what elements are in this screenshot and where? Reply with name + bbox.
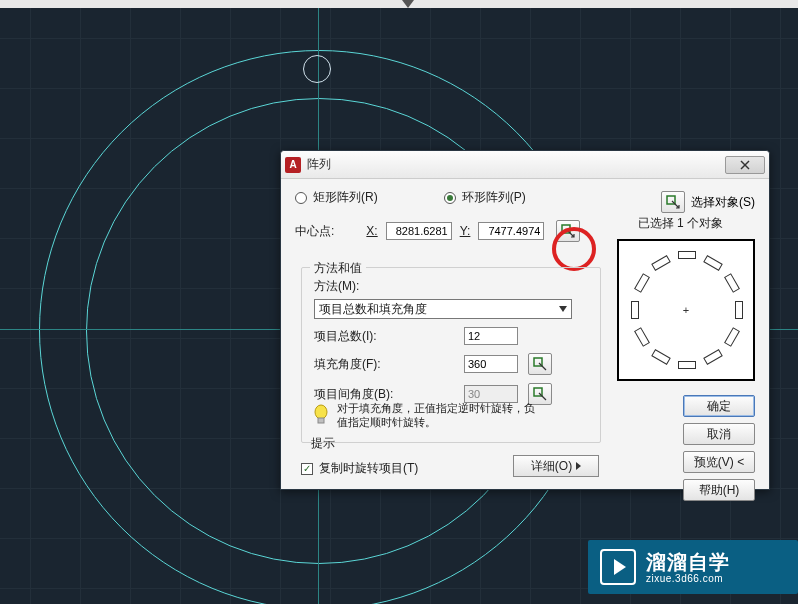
svg-marker-0 bbox=[402, 0, 414, 8]
fill-angle-label: 填充角度(F): bbox=[314, 356, 464, 373]
close-icon bbox=[740, 160, 750, 170]
watermark-url: zixue.3d66.com bbox=[646, 573, 730, 584]
watermark-brand: 溜溜自学 bbox=[646, 551, 730, 573]
method-combo-value: 项目总数和填充角度 bbox=[319, 301, 427, 318]
center-x-label: X: bbox=[366, 224, 377, 238]
method-combo[interactable]: 项目总数和填充角度 bbox=[314, 299, 572, 319]
details-button-label: 详细(O) bbox=[531, 458, 572, 475]
method-label: 方法(M): bbox=[314, 278, 588, 295]
fill-angle-input[interactable] bbox=[464, 355, 518, 373]
center-y-input[interactable] bbox=[478, 222, 544, 240]
center-x-input[interactable] bbox=[386, 222, 452, 240]
copy-rotate-checkbox[interactable] bbox=[301, 463, 313, 475]
radio-rect-label: 矩形阵列(R) bbox=[313, 189, 378, 206]
select-objects-button[interactable] bbox=[661, 191, 685, 213]
pick-point-icon bbox=[561, 224, 575, 238]
total-items-label: 项目总数(I): bbox=[314, 328, 464, 345]
selected-count: 已选择 1 个对象 bbox=[638, 215, 723, 232]
ruler-marker-icon bbox=[402, 0, 414, 8]
radio-polar-array[interactable] bbox=[444, 192, 456, 204]
canvas-small-circle bbox=[303, 55, 331, 83]
pick-center-button[interactable] bbox=[556, 220, 580, 242]
app-icon: A bbox=[285, 157, 301, 173]
svg-rect-8 bbox=[318, 418, 324, 423]
svg-point-7 bbox=[315, 405, 327, 419]
lightbulb-icon bbox=[311, 401, 331, 429]
hint-row: 对于填充角度，正值指定逆时针旋转，负 值指定顺时针旋转。 bbox=[311, 401, 603, 429]
details-button[interactable]: 详细(O) bbox=[513, 455, 599, 477]
copy-rotate-label: 复制时旋转项目(T) bbox=[319, 460, 418, 477]
center-label: 中心点: bbox=[295, 223, 334, 240]
total-items-input[interactable] bbox=[464, 327, 518, 345]
select-icon bbox=[666, 195, 680, 209]
hint-line2: 值指定顺时针旋转。 bbox=[337, 415, 535, 429]
dialog-titlebar[interactable]: A 阵列 bbox=[281, 151, 769, 179]
hint-line1: 对于填充角度，正值指定逆时针旋转，负 bbox=[337, 401, 535, 415]
top-ruler-strip bbox=[0, 0, 798, 8]
preview-panel: + bbox=[617, 239, 755, 381]
radio-rect-array[interactable] bbox=[295, 192, 307, 204]
watermark: 溜溜自学 zixue.3d66.com bbox=[588, 540, 798, 594]
pick-fill-angle-button[interactable] bbox=[528, 353, 552, 375]
center-y-label: Y: bbox=[460, 224, 471, 238]
preview-button[interactable]: 预览(V) < bbox=[683, 451, 755, 473]
close-button[interactable] bbox=[725, 156, 765, 174]
help-button[interactable]: 帮助(H) bbox=[683, 479, 755, 501]
select-objects-label[interactable]: 选择对象(S) bbox=[691, 194, 755, 211]
cancel-button[interactable]: 取消 bbox=[683, 423, 755, 445]
chevron-right-icon bbox=[576, 462, 581, 470]
array-dialog: A 阵列 矩形阵列(R) 环形阵列(P) 选择对象(S) 已 bbox=[280, 150, 770, 490]
ok-button[interactable]: 确定 bbox=[683, 395, 755, 417]
angle-between-label: 项目间角度(B): bbox=[314, 386, 464, 403]
hint-caption: 提示 bbox=[311, 435, 335, 452]
pick-angle-between-icon bbox=[533, 387, 547, 401]
chevron-down-icon bbox=[559, 306, 567, 312]
dialog-title: 阵列 bbox=[307, 156, 725, 173]
preview-center-marker: + bbox=[683, 304, 689, 316]
radio-polar-label: 环形阵列(P) bbox=[462, 189, 526, 206]
pick-angle-icon bbox=[533, 357, 547, 371]
watermark-play-icon bbox=[600, 549, 636, 585]
